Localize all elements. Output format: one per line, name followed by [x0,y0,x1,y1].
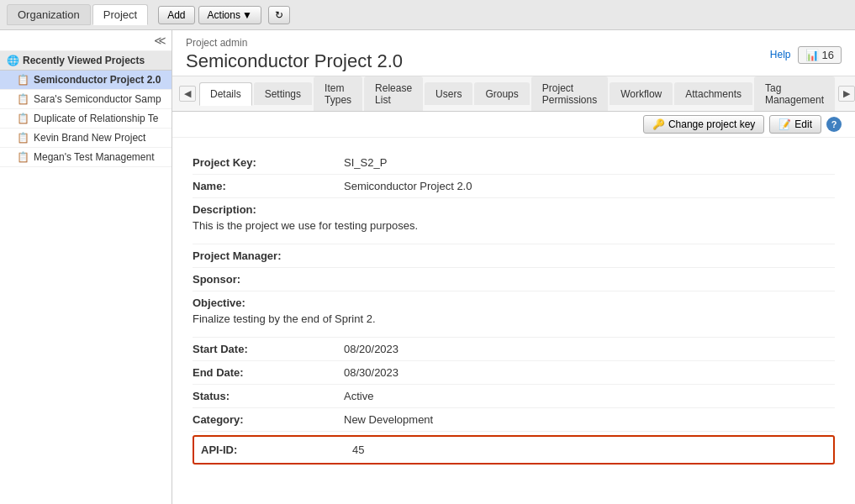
project-icon-1: 📋 [17,93,29,105]
tab-project-permissions[interactable]: Project Permissions [531,76,608,111]
top-bar: Organization Project Add Actions ▼ ↻ [0,0,855,30]
label-project-manager: Project Manager: [193,249,344,262]
tab-settings[interactable]: Settings [254,82,312,105]
detail-row-end-date: End Date: 08/30/2023 [193,361,835,385]
tab-project[interactable]: Project [92,4,148,25]
sidebar-section-header: 🌐 Recently Viewed Projects [0,51,172,71]
sidebar: ≪ 🌐 Recently Viewed Projects 📋 Semicondu… [0,30,172,504]
header-right: Help 📊 16 [770,46,842,64]
sidebar-item-label-0: Semiconductor Project 2.0 [34,74,161,86]
refresh-button[interactable]: ↻ [268,6,290,24]
help-circle-button[interactable]: ? [826,117,842,132]
tabs-bar: ◀ Details Settings Item Types Release Li… [172,76,855,112]
tab-item-types[interactable]: Item Types [314,76,362,111]
sidebar-item-kevin[interactable]: 📋 Kevin Brand New Project [0,129,172,148]
tab-nav-right[interactable]: ▶ [838,86,855,102]
change-project-key-button[interactable]: 🔑 Change project key [643,115,764,134]
detail-row-description: Description: This is the project we use … [193,198,835,244]
tab-organization[interactable]: Organization [7,4,91,25]
detail-row-name: Name: Semiconductor Project 2.0 [193,175,835,198]
tab-tag-management[interactable]: Tag Management [754,76,835,111]
detail-row-project-key: Project Key: SI_S2_P [193,151,835,175]
value-status: Active [344,390,373,402]
key-icon: 🔑 [652,118,665,130]
sidebar-section-label: Recently Viewed Projects [23,55,145,66]
label-name: Name: [193,180,344,192]
label-category: Category: [193,413,344,426]
label-sponsor: Sponsor: [193,273,344,286]
content-area: Project admin Semiconductor Project 2.0 … [172,30,855,504]
value-start-date: 08/20/2023 [344,343,398,355]
label-status: Status: [193,390,344,402]
edit-label: Edit [794,118,812,130]
detail-row-api-id: API-ID: 45 [193,435,835,465]
tab-attachments[interactable]: Attachments [674,82,752,105]
page-title: Semiconductor Project 2.0 [186,50,403,72]
notification-count: 16 [822,49,834,61]
sidebar-item-label-3: Kevin Brand New Project [34,132,145,144]
tab-release-list[interactable]: Release List [364,76,423,111]
detail-row-category: Category: New Development [193,408,835,432]
main-layout: ≪ 🌐 Recently Viewed Projects 📋 Semicondu… [0,30,855,504]
action-bar: 🔑 Change project key 📝 Edit ? [172,112,855,138]
value-name: Semiconductor Project 2.0 [344,180,472,192]
tab-users[interactable]: Users [425,82,472,105]
detail-row-status: Status: Active [193,385,835,408]
edit-button[interactable]: 📝 Edit [769,115,821,134]
project-admin-text: Project admin [186,37,403,49]
detail-row-start-date: Start Date: 08/20/2023 [193,338,835,361]
content-header: Project admin Semiconductor Project 2.0 … [172,30,855,76]
project-admin-label: Project admin Semiconductor Project 2.0 [186,37,403,72]
project-icon-3: 📋 [17,132,29,144]
project-icon-2: 📋 [17,113,29,124]
label-description: Description: [193,203,344,216]
title-row: Project admin Semiconductor Project 2.0 … [186,37,842,72]
sidebar-item-megan[interactable]: 📋 Megan's Test Management [0,148,172,167]
add-button[interactable]: Add [158,6,194,24]
project-icon-0: 📋 [17,74,29,86]
value-api-id: 45 [352,444,364,456]
sidebar-item-duplicate[interactable]: 📋 Duplicate of Relationship Te [0,109,172,129]
value-end-date: 08/30/2023 [344,366,398,379]
label-objective: Objective: [193,297,344,309]
tab-groups[interactable]: Groups [474,82,529,105]
sidebar-item-sara[interactable]: 📋 Sara's Semiconductor Samp [0,90,172,109]
detail-row-objective: Objective: Finalize testing by the end o… [193,291,835,338]
notification-badge[interactable]: 📊 16 [798,46,842,64]
change-project-key-label: Change project key [668,118,755,130]
collapse-sidebar-button[interactable]: ≪ [154,34,166,47]
help-link[interactable]: Help [770,49,791,60]
actions-dropdown-icon: ▼ [242,9,252,21]
detail-content: Project Key: SI_S2_P Name: Semiconductor… [172,138,855,504]
label-api-id: API-ID: [201,444,352,456]
folder-icon: 🌐 [7,55,19,66]
sidebar-item-semiconductor-2[interactable]: 📋 Semiconductor Project 2.0 [0,71,172,90]
label-end-date: End Date: [193,366,344,379]
actions-label: Actions [208,9,240,21]
notif-chart-icon: 📊 [805,49,819,61]
edit-icon: 📝 [778,118,791,130]
label-start-date: Start Date: [193,343,344,355]
project-icon-4: 📋 [17,151,29,163]
top-actions: Add Actions ▼ [158,6,261,24]
tab-details[interactable]: Details [199,82,252,106]
label-project-key: Project Key: [193,156,344,169]
actions-button[interactable]: Actions ▼ [198,6,261,24]
tab-nav-left[interactable]: ◀ [179,86,196,102]
detail-row-project-manager: Project Manager: [193,244,835,268]
sidebar-item-label-4: Megan's Test Management [34,151,154,163]
detail-row-sponsor: Sponsor: [193,268,835,291]
value-project-key: SI_S2_P [344,156,387,169]
sidebar-item-label-2: Duplicate of Relationship Te [34,113,159,124]
tab-workflow[interactable]: Workflow [610,82,673,105]
value-description: This is the project we use for testing p… [193,216,418,239]
top-tabs: Organization Project [7,4,148,25]
value-category: New Development [344,413,433,426]
value-objective: Finalize testing by the end of Sprint 2. [193,309,376,332]
sidebar-collapse-area: ≪ [0,30,172,51]
sidebar-item-label-1: Sara's Semiconductor Samp [34,93,161,105]
